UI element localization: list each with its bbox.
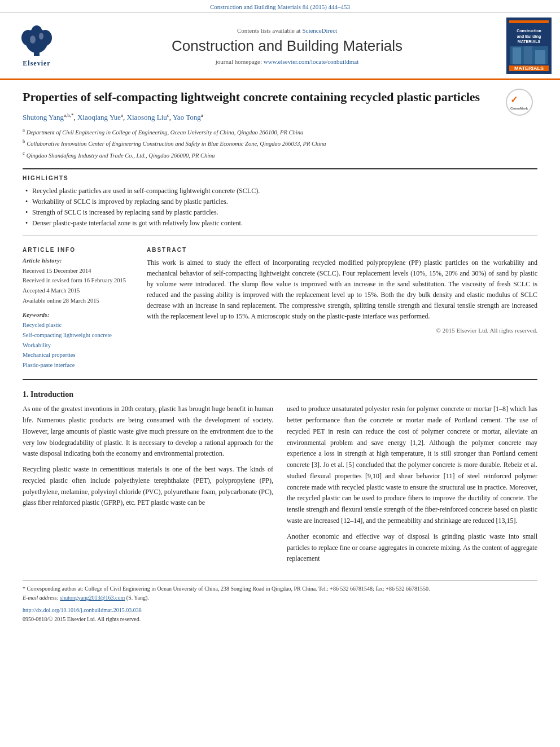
svg-point-5 [30,36,36,43]
section-divider-highlights [23,235,537,235]
received-date: Received 15 December 2014 [23,266,135,276]
svg-rect-9 [524,46,532,64]
intro-two-col: As one of the greatest inventions in 20t… [23,404,537,569]
body-divider-top [23,379,537,380]
affiliations: a Department of Civil Engineering in Col… [23,126,537,160]
affiliation-a: a Department of Civil Engineering in Col… [23,126,537,137]
elsevier-wordmark: Elsevier [23,59,50,68]
journal-header: Elsevier Contents lists available at Sci… [0,13,560,80]
available-date: Available online 28 March 2015 [23,296,135,306]
svg-rect-10 [535,50,545,64]
article-title: Properties of self-compacting lightweigh… [23,89,537,106]
abstract-text: This work is aimed to study the effect o… [147,257,537,322]
article-info-label: ARTICLE INFO [23,247,135,253]
issn-line: 0950-0618/© 2015 Elsevier Ltd. All right… [23,615,537,624]
keyword-5: Plastic-paste interface [23,360,135,370]
doi-link[interactable]: http://dx.doi.org/10.1016/j.conbuildmat.… [23,607,142,613]
sciencedirect-link: Contents lists available at ScienceDirec… [237,27,337,34]
highlights-list: Recycled plastic particles are used in s… [23,186,537,229]
history-label: Article history: [23,257,135,264]
affiliation-b: b Collaborative Innovation Center of Eng… [23,138,537,148]
corresponding-author-note: * Corresponding author at: College of Ci… [23,584,537,593]
highlight-item-1: Recycled plastic particles are used in s… [25,186,537,196]
highlight-item-4: Denser plastic-paste interfacial zone is… [25,218,537,229]
main-content: Properties of self-compacting lightweigh… [0,80,560,635]
journal-title: Construction and Building Materials [172,37,403,55]
crossmark-badge[interactable]: ✓ CrossMark [501,89,537,117]
crossmark-icon: ✓ CrossMark [506,89,533,116]
keyword-1: Recycled plastic [23,320,135,330]
journal-homepage: journal homepage: www.elsevier.com/locat… [216,58,358,65]
article-info-abstract-section: ARTICLE INFO Article history: Received 1… [23,241,537,371]
intro-p3: used to produce unsaturated polyester re… [287,404,537,527]
intro-p2: Recycling plastic waste in cementitious … [23,464,273,509]
authors-line: Shutong Yanga,b,*, Xiaoqiang Yuea, Xiaos… [23,112,537,122]
email-link[interactable]: shutongyang2013@163.com [60,595,125,601]
revised-date: Received in revised form 16 February 201… [23,276,135,286]
author-3: Xiaosong Liu [127,113,167,121]
journal-header-center: Contents lists available at ScienceDirec… [73,18,501,74]
copyright-text: © 2015 Elsevier Ltd. All rights reserved… [147,327,537,334]
highlights-label: HIGHLIGHTS [23,175,537,181]
homepage-link[interactable]: www.elsevier.com/locate/conbuildmat [264,58,359,65]
section-divider-top [23,168,537,169]
accepted-date: Accepted 4 March 2015 [23,286,135,296]
keyword-4: Mechanical properties [23,350,135,360]
svg-point-6 [39,33,43,40]
article-dates: Received 15 December 2014 Received in re… [23,266,135,306]
keyword-3: Workability [23,340,135,351]
svg-rect-8 [513,47,521,64]
intro-heading: 1. Introduction [23,390,537,399]
keywords-label: Keywords: [23,312,135,318]
doi-line: http://dx.doi.org/10.1016/j.conbuildmat.… [23,606,537,615]
journal-citation-text: Construction and Building Materials 84 (… [210,3,350,10]
intro-col-right: used to produce unsaturated polyester re… [287,404,537,569]
email-note: E-mail address: shutongyang2013@163.com … [23,593,537,602]
keyword-2: Self-compacting lightweight concrete [23,330,135,340]
keywords-section: Keywords: Recycled plastic Self-compacti… [23,312,135,370]
abstract-label: ABSTRACT [147,247,537,253]
cover-title: Constructionand BuildingMATERIALS [517,26,541,43]
author-1: Shutong Yang [23,113,64,121]
sciencedirect-anchor[interactable]: ScienceDirect [302,27,337,34]
author-4: Yao Tong [173,113,201,121]
highlight-item-2: Workability of SCLC is improved by repla… [25,196,537,207]
intro-col-left: As one of the greatest inventions in 20t… [23,404,273,569]
footnote-area: * Corresponding author at: College of Ci… [23,580,537,624]
elsevier-tree-icon [17,24,56,58]
article-info-column: ARTICLE INFO Article history: Received 1… [23,241,135,371]
journal-cover-image: Constructionand BuildingMATERIALS MATERI… [506,18,554,74]
publisher-logo: Elsevier [6,18,68,74]
author-2: Xiaoqiang Yue [77,113,121,121]
abstract-column: ABSTRACT This work is aimed to study the… [147,241,537,371]
intro-p1: As one of the greatest inventions in 20t… [23,404,273,460]
affiliation-c: c Qingdao Shandafeng Industry and Trade … [23,150,537,160]
highlight-item-3: Strength of SCLC is increased by replaci… [25,207,537,218]
intro-p4: Another economic and effective way of di… [287,531,537,565]
cover-materials-label: MATERIALS [509,65,549,71]
introduction-section: 1. Introduction As one of the greatest i… [23,390,537,569]
journal-citation-bar: Construction and Building Materials 84 (… [0,0,560,13]
